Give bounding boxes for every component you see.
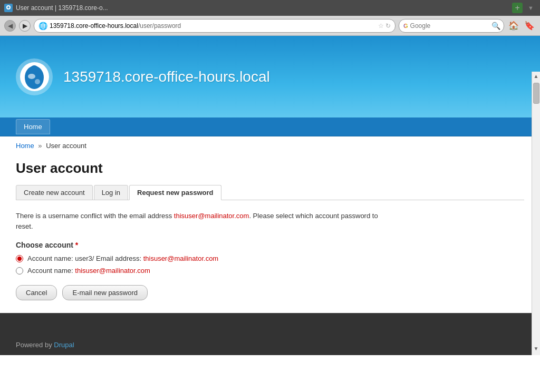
account-option-1: Account name: user3/ Email address: this…	[16, 254, 524, 262]
browser-titlebar: User account | 1359718.core-o... + ▼	[0, 0, 540, 16]
account-option-2: Account name: thisuser@mailinator.com	[16, 267, 524, 275]
new-tab-button[interactable]: +	[512, 3, 523, 13]
site-logo	[16, 58, 53, 95]
nav-home[interactable]: Home	[16, 119, 50, 134]
cancel-button[interactable]: Cancel	[16, 285, 57, 300]
scroll-up-arrow[interactable]: ▲	[534, 72, 539, 81]
account-label-2: Account name: thisuser@mailinator.com	[27, 267, 150, 275]
address-icons: ☆ ↻	[378, 22, 391, 30]
account-radio-2[interactable]	[16, 267, 23, 275]
account-tabs: Create new account Log in Request new pa…	[16, 185, 524, 200]
search-input[interactable]	[410, 22, 489, 30]
svg-point-5	[35, 79, 40, 84]
star-icon[interactable]: ☆	[378, 22, 384, 30]
breadcrumb-home-link[interactable]: Home	[16, 142, 34, 150]
refresh-icon[interactable]: ↻	[385, 22, 391, 30]
account-label-1: Account name: user3/ Email address: this…	[27, 254, 218, 262]
google-logo: G	[403, 23, 408, 29]
footer-text: Powered by Drupal	[16, 341, 74, 349]
conflict-message: There is a username conflict with the em…	[16, 211, 385, 231]
page-content-wrapper: 1359718.core-office-hours.local Home Hom…	[0, 36, 540, 355]
form-buttons: Cancel E-mail new password	[16, 285, 524, 300]
favicon-icon	[4, 4, 13, 12]
home-button[interactable]: 🏠	[507, 19, 520, 32]
breadcrumb-separator: »	[38, 142, 42, 150]
svg-point-4	[28, 74, 35, 79]
search-bar[interactable]: G 🔍	[399, 19, 504, 33]
scrollbar[interactable]: ▲ ▼	[532, 72, 540, 355]
forward-button[interactable]: ▶	[19, 20, 31, 32]
conflict-email-link[interactable]: thisuser@mailinator.com	[174, 212, 249, 220]
main-content: User account Create new account Log in R…	[0, 155, 540, 316]
browser-toolbar: ◀ ▶ 🌐 1359718.core-office-hours.local/us…	[0, 16, 540, 36]
scroll-thumb[interactable]	[533, 83, 539, 104]
required-indicator: *	[73, 241, 78, 249]
address-text: 1359718.core-office-hours.local/user/pas…	[50, 22, 376, 30]
svg-point-1	[7, 6, 9, 8]
account-radio-group: Account name: user3/ Email address: this…	[16, 254, 524, 275]
tab-create-account[interactable]: Create new account	[16, 185, 93, 200]
address-bar[interactable]: 🌐 1359718.core-office-hours.local/user/p…	[34, 19, 396, 33]
site-title: 1359718.core-office-hours.local	[63, 68, 270, 85]
tab-request-password[interactable]: Request new password	[129, 185, 221, 200]
tab-login[interactable]: Log in	[94, 185, 128, 200]
page-title: User account	[16, 160, 524, 177]
search-button[interactable]: 🔍	[491, 22, 500, 30]
back-button[interactable]: ◀	[4, 20, 16, 32]
scroll-down-arrow[interactable]: ▼	[534, 344, 539, 353]
account-name-link-2[interactable]: thisuser@mailinator.com	[75, 267, 150, 275]
globe-icon: 🌐	[38, 22, 47, 30]
breadcrumb: Home » User account	[0, 136, 540, 155]
account-email-link-1[interactable]: thisuser@mailinator.com	[143, 254, 219, 262]
bookmarks-button[interactable]: 🔖	[523, 19, 536, 32]
breadcrumb-current: User account	[46, 142, 86, 150]
tab-title: User account | 1359718.core-o...	[16, 4, 509, 12]
choose-account-label: Choose account *	[16, 241, 524, 249]
tab-scroll-arrow[interactable]: ▼	[526, 5, 536, 11]
email-password-button[interactable]: E-mail new password	[62, 285, 148, 300]
site-header: 1359718.core-office-hours.local	[0, 36, 540, 117]
site-footer: Powered by Drupal	[0, 313, 540, 355]
drupal-link[interactable]: Drupal	[54, 341, 74, 349]
site-navigation: Home	[0, 117, 540, 136]
account-radio-1[interactable]	[16, 255, 23, 262]
